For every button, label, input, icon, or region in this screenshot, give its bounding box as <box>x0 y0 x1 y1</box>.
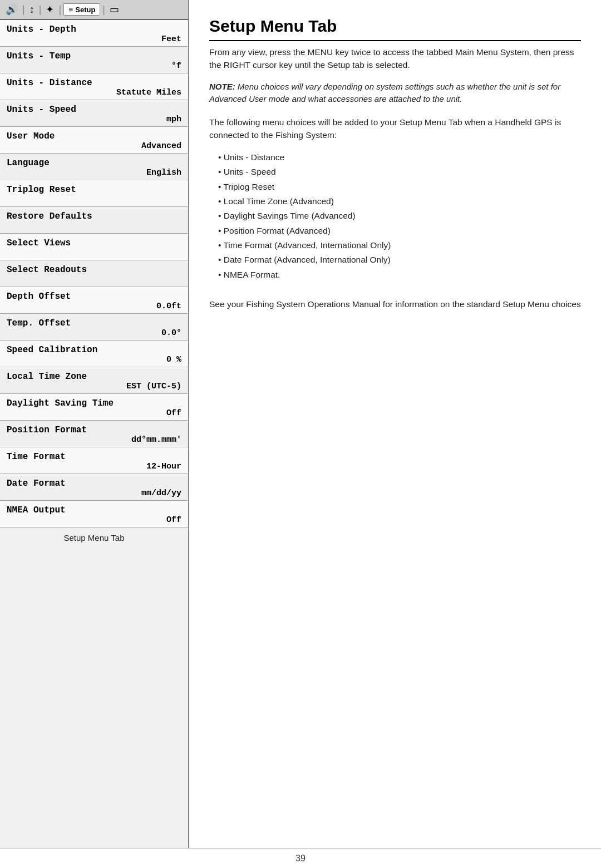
menu-item-local-time-zone[interactable]: Local Time Zone EST (UTC-5) <box>0 367 188 394</box>
right-panel: Setup Menu Tab From any view, press the … <box>189 0 601 868</box>
menu-item-temp-offset[interactable]: Temp. Offset 0.0° <box>0 314 188 341</box>
tab-sep4: | <box>102 4 105 16</box>
left-panel: 🔊 | ↕ | ✦ | ≡ Setup | ▭ Units - Depth Fe… <box>0 0 189 868</box>
menu-item-triplog-reset[interactable]: Triplog Reset <box>0 180 188 207</box>
menu-item-units-depth[interactable]: Units - Depth Feet <box>0 20 188 47</box>
intro-text: From any view, press the MENU key twice … <box>209 46 581 72</box>
tab-sep1: | <box>22 4 25 16</box>
note-label: NOTE: <box>209 82 235 91</box>
up-down-icon[interactable]: ↕ <box>27 3 37 17</box>
bullet-list: Units - Distance Units - Speed Triplog R… <box>209 150 581 282</box>
left-panel-caption: Setup Menu Tab <box>0 527 188 545</box>
menu-list: Units - Depth Feet Units - Temp °f Units… <box>0 20 188 527</box>
bullet-item-1: Units - Distance <box>218 150 581 165</box>
setup-tab[interactable]: ≡ Setup <box>63 3 100 16</box>
menu-item-daylight-saving[interactable]: Daylight Saving Time Off <box>0 394 188 421</box>
tab-bar[interactable]: 🔊 | ↕ | ✦ | ≡ Setup | ▭ <box>0 0 188 20</box>
page-number: 39 <box>295 854 306 864</box>
bullet-item-9: NMEA Format. <box>218 268 581 282</box>
bullet-item-5: Daylight Savings Time (Advanced) <box>218 209 581 223</box>
bullet-item-2: Units - Speed <box>218 165 581 179</box>
bullet-item-3: Triplog Reset <box>218 180 581 194</box>
bullet-item-6: Position Format (Advanced) <box>218 224 581 238</box>
page-footer: 39 <box>0 848 601 868</box>
menu-item-depth-offset[interactable]: Depth Offset 0.0ft <box>0 287 188 314</box>
tab-sep3: | <box>58 4 61 16</box>
bullet-item-7: Time Format (Advanced, International Onl… <box>218 238 581 253</box>
menu-item-nmea-output[interactable]: NMEA Output Off <box>0 501 188 527</box>
note-body: Menu choices will vary depending on syst… <box>209 82 560 104</box>
menu-item-restore-defaults[interactable]: Restore Defaults <box>0 207 188 234</box>
bullet-item-8: Date Format (Advanced, International Onl… <box>218 253 581 267</box>
menu-item-time-format[interactable]: Time Format 12-Hour <box>0 447 188 474</box>
display-icon[interactable]: ▭ <box>107 2 121 17</box>
menu-item-speed-calibration[interactable]: Speed Calibration 0 % <box>0 341 188 367</box>
menu-item-units-distance[interactable]: Units - Distance Statute Miles <box>0 73 188 100</box>
sound-icon[interactable]: 🔊 <box>3 2 20 17</box>
menu-item-date-format[interactable]: Date Format mm/dd/yy <box>0 474 188 501</box>
menu-item-language[interactable]: Language English <box>0 154 188 180</box>
note-text: NOTE: Menu choices will vary depending o… <box>209 81 581 106</box>
menu-item-position-format[interactable]: Position Format dd°mm.mmm' <box>0 421 188 447</box>
menu-item-select-views[interactable]: Select Views <box>0 234 188 260</box>
menu-item-units-speed[interactable]: Units - Speed mph <box>0 100 188 127</box>
body2-text: The following menu choices will be added… <box>209 116 581 142</box>
star-icon[interactable]: ✦ <box>43 2 56 17</box>
tab-sep2: | <box>39 4 42 16</box>
menu-item-units-temp[interactable]: Units - Temp °f <box>0 47 188 73</box>
menu-item-select-readouts[interactable]: Select Readouts <box>0 260 188 287</box>
footer-text: See your Fishing System Operations Manua… <box>209 298 581 310</box>
menu-item-user-mode[interactable]: User Mode Advanced <box>0 127 188 154</box>
bullet-item-4: Local Time Zone (Advanced) <box>218 194 581 209</box>
page-title: Setup Menu Tab <box>209 17 581 41</box>
